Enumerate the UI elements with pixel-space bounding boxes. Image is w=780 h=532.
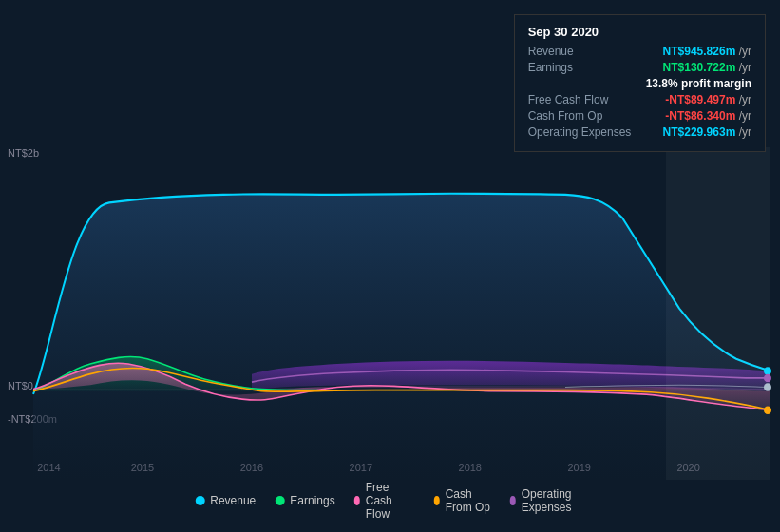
- legend-revenue: Revenue: [195, 494, 256, 507]
- tooltip-fcf-row: Free Cash Flow -NT$89.497m /yr: [528, 93, 751, 106]
- legend-fcf-dot: [354, 496, 360, 505]
- ref-dot: [764, 383, 771, 390]
- legend-fcf: Free Cash Flow: [354, 481, 415, 521]
- legend-cashfromop-label: Cash From Op: [446, 487, 491, 514]
- tooltip-opex-label: Operating Expenses: [528, 125, 642, 139]
- legend-opex-dot: [510, 496, 516, 505]
- tooltip-revenue-row: Revenue NT$945.826m /yr: [528, 45, 751, 58]
- tooltip-opex-row: Operating Expenses NT$229.963m /yr: [528, 125, 751, 139]
- legend: Revenue Earnings Free Cash Flow Cash Fro…: [195, 481, 585, 521]
- cashop-dot: [764, 407, 771, 414]
- tooltip-margin-row: 13.8% profit margin: [528, 77, 751, 90]
- tooltip-earnings-value: NT$130.722m /yr: [663, 61, 751, 74]
- y-label-0: NT$0: [8, 380, 33, 391]
- tooltip-cashfromop-value: -NT$86.340m /yr: [665, 109, 751, 123]
- tooltip-cashfromop-row: Cash From Op -NT$86.340m /yr: [528, 109, 751, 123]
- rev-dot: [764, 367, 771, 374]
- tooltip-revenue-value: NT$945.826m /yr: [663, 45, 751, 58]
- chart-area: [33, 147, 770, 480]
- legend-fcf-label: Free Cash Flow: [366, 481, 415, 521]
- tooltip-earnings-row: Earnings NT$130.722m /yr: [528, 61, 751, 74]
- opex-dot: [764, 374, 771, 382]
- main-chart-svg: [33, 147, 770, 480]
- tooltip-box: Sep 30 2020 Revenue NT$945.826m /yr Earn…: [514, 14, 766, 152]
- tooltip-earnings-label: Earnings: [528, 61, 642, 74]
- legend-earnings-label: Earnings: [290, 494, 334, 507]
- chart-container: Sep 30 2020 Revenue NT$945.826m /yr Earn…: [0, 0, 780, 532]
- revenue-area: [33, 194, 770, 480]
- legend-revenue-label: Revenue: [210, 494, 256, 507]
- tooltip-fcf-label: Free Cash Flow: [528, 93, 642, 106]
- legend-revenue-dot: [195, 496, 204, 505]
- tooltip-margin-value: 13.8% profit margin: [646, 77, 751, 90]
- legend-earnings-dot: [275, 496, 284, 505]
- tooltip-revenue-label: Revenue: [528, 45, 642, 58]
- tooltip-cashfromop-label: Cash From Op: [528, 109, 642, 123]
- tooltip-date: Sep 30 2020: [528, 25, 751, 39]
- legend-opex-label: Operating Expenses: [522, 487, 585, 514]
- legend-opex: Operating Expenses: [510, 487, 585, 514]
- tooltip-fcf-value: -NT$89.497m /yr: [665, 93, 751, 106]
- legend-cashfromop-dot: [434, 496, 440, 505]
- tooltip-opex-value: NT$229.963m /yr: [663, 125, 751, 139]
- legend-cashfromop: Cash From Op: [434, 487, 491, 514]
- legend-earnings: Earnings: [275, 494, 334, 507]
